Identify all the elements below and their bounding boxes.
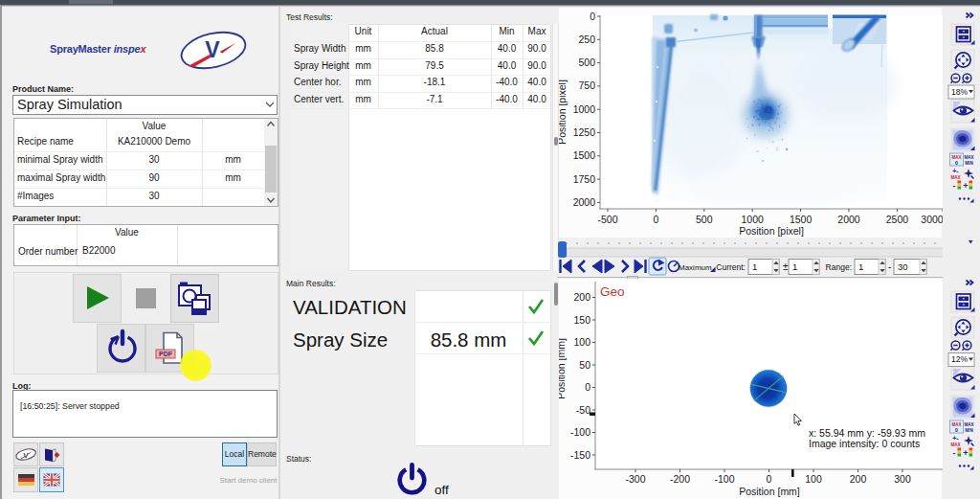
svg-text:1000: 1000 — [742, 214, 765, 225]
svg-text:300: 300 — [894, 473, 911, 485]
svg-text:12%: 12% — [951, 354, 968, 364]
svg-text:150: 150 — [573, 314, 590, 326]
svg-text:100: 100 — [573, 336, 590, 348]
svg-text:-50: -50 — [576, 404, 590, 416]
svg-text:0: 0 — [585, 381, 590, 393]
svg-text:-500: -500 — [597, 214, 617, 225]
svg-text:1500: 1500 — [573, 149, 596, 161]
svg-text:250: 250 — [578, 34, 595, 45]
svg-text:1: 1 — [858, 261, 863, 272]
svg-text:200: 200 — [850, 473, 867, 485]
svg-text:750: 750 — [578, 79, 595, 91]
svg-text:200: 200 — [573, 291, 590, 303]
svg-text:Position [mm]: Position [mm] — [559, 338, 567, 399]
svg-text:Image intensity: 0 counts: Image intensity: 0 counts — [809, 438, 920, 449]
svg-text:-200: -200 — [670, 473, 690, 485]
svg-text:V: V — [205, 37, 220, 62]
svg-text:2500: 2500 — [886, 214, 909, 225]
svg-text:Position [pixel]: Position [pixel] — [559, 79, 568, 145]
svg-text:2000: 2000 — [837, 214, 860, 225]
svg-text:off: off — [434, 483, 449, 497]
svg-text:Position [mm]: Position [mm] — [739, 486, 800, 497]
svg-text:Geo: Geo — [600, 284, 625, 299]
svg-text:Current:: Current: — [716, 262, 746, 272]
svg-text:30: 30 — [898, 261, 908, 272]
svg-text:Range:: Range: — [826, 262, 852, 272]
svg-text:-150: -150 — [570, 449, 590, 461]
svg-text:PDF: PDF — [159, 351, 173, 357]
svg-text:0: 0 — [653, 214, 658, 225]
svg-text:-300: -300 — [625, 473, 645, 485]
svg-text:0: 0 — [590, 11, 595, 22]
svg-text:1: 1 — [792, 261, 797, 272]
svg-text:0: 0 — [767, 473, 772, 485]
svg-text:2000: 2000 — [573, 196, 596, 208]
svg-text:V: V — [23, 451, 29, 460]
svg-text:100: 100 — [805, 473, 822, 485]
svg-text:Maximum: Maximum — [679, 263, 712, 272]
svg-text:500: 500 — [578, 57, 595, 68]
svg-text:18%: 18% — [951, 87, 968, 97]
svg-text:-100: -100 — [570, 426, 590, 438]
svg-text:1250: 1250 — [573, 126, 596, 138]
svg-text:±: ± — [783, 261, 789, 272]
svg-text:1: 1 — [752, 261, 757, 272]
svg-text:3000: 3000 — [921, 214, 943, 225]
svg-text:500: 500 — [696, 214, 713, 225]
svg-text:50: 50 — [579, 359, 590, 371]
svg-text:1500: 1500 — [790, 214, 813, 225]
svg-text:-100: -100 — [714, 473, 734, 485]
svg-text:Position [pixel]: Position [pixel] — [739, 225, 804, 237]
svg-text:1000: 1000 — [573, 103, 596, 115]
svg-text:1750: 1750 — [573, 173, 596, 185]
svg-text:-: - — [888, 261, 891, 272]
